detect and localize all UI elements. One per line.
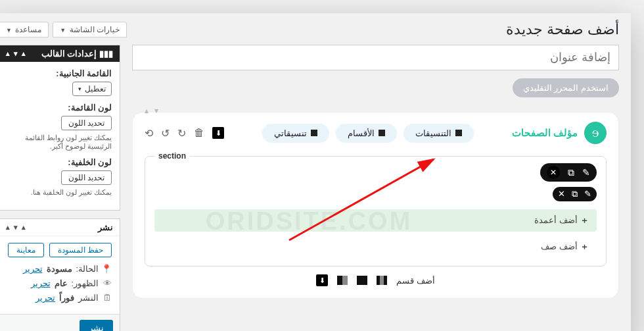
visibility-edit-link[interactable]: تحرير: [31, 278, 51, 288]
sections-label: الأقسام: [348, 128, 375, 138]
row-toolbar: ✎ ⧉ ✕: [553, 187, 597, 201]
add-section-row: أضف قسم ⬇: [145, 274, 607, 286]
visibility-value: عام: [55, 278, 68, 288]
sidebar-select[interactable]: تعطيل ▾: [72, 82, 112, 96]
layout-thirds-icon[interactable]: [377, 276, 387, 285]
layout-full-icon[interactable]: [357, 276, 367, 285]
collapse-icon[interactable]: ▴: [6, 223, 10, 232]
my-layouts-pill[interactable]: تنسيقاتي: [262, 124, 329, 143]
theme-settings-box: ▮▮▮ إعدادات القالب ▴▾▴ القائمة الجانبية:…: [0, 45, 120, 211]
publish-box-title: نشر: [98, 222, 113, 232]
schedule-line: 🗓 النشر فوراً تحرير: [7, 293, 112, 303]
theme-box-title: ▮▮▮ إعدادات القالب: [41, 49, 113, 59]
status-value: مسودة: [47, 264, 72, 274]
history-icon[interactable]: ⟲: [145, 127, 153, 140]
top-tabs: خيارات الشاشة ▼ مساعدة ▼: [0, 22, 127, 38]
close-icon[interactable]: ✕: [547, 166, 560, 179]
schedule-edit-link[interactable]: تحرير: [35, 293, 55, 303]
save-draft-button[interactable]: حفظ المسودة: [49, 243, 112, 257]
help-label: مساعدة: [15, 25, 41, 34]
redo-icon[interactable]: ↻: [177, 127, 186, 140]
screen-options-tab[interactable]: خيارات الشاشة ▼: [53, 22, 127, 38]
status-line: 📍 الحالة: مسودة تحرير: [7, 264, 112, 274]
publish-box: نشر ▴▾▴ حفظ المسودة معاينة 📍 الحالة: مسو…: [0, 218, 120, 331]
composer-collapse-icons[interactable]: ▾ ▴: [145, 106, 160, 115]
grid-icon: [311, 130, 317, 136]
status-edit-link[interactable]: تحرير: [23, 264, 43, 274]
add-columns-slot[interactable]: ＋أضف أعمدة: [154, 209, 597, 232]
move-down-icon[interactable]: ▾: [14, 49, 18, 58]
section-toolbar: ✎ ⧉ ✕: [540, 163, 597, 182]
sidebar-select-value: تعطيل: [85, 84, 106, 93]
page-title: أضف صفحة جديدة: [506, 21, 619, 38]
classic-editor-button[interactable]: استخدم المحرر التقليدي: [513, 78, 619, 97]
move-down-icon[interactable]: ▾: [14, 223, 18, 232]
visibility-line: 👁 الظهور: عام تحرير: [7, 278, 112, 288]
grid-icon: [455, 130, 462, 136]
layouts-label: التنسيقات: [415, 128, 451, 138]
save-icon[interactable]: ⬇: [212, 127, 224, 139]
chevron-down-icon: ▾: [78, 86, 81, 92]
composer-utils: ⬇ 🗑 ↻ ↺ ⟲: [145, 127, 224, 140]
edit-icon[interactable]: ✎: [584, 189, 591, 199]
add-row-label: أضف صف: [541, 242, 578, 251]
move-up-icon[interactable]: ▴: [22, 223, 26, 232]
plus-icon: ＋: [580, 215, 589, 225]
menu-color-button[interactable]: تحديد اللون: [61, 116, 112, 130]
menu-color-hint: يمكنك تغيير لون روابط القائمة الرئيسية ل…: [7, 134, 112, 151]
section-container: section ✎ ⧉ ✕ ✎ ⧉ ✕ ＋أضف أعمدة ＋أضف صف: [145, 156, 607, 267]
section-legend: section: [154, 151, 190, 161]
publish-button[interactable]: نشر: [80, 320, 113, 331]
add-row-slot[interactable]: ＋أضف صف: [154, 237, 597, 257]
preview-button[interactable]: معاينة: [8, 243, 44, 257]
clone-icon[interactable]: ⧉: [568, 167, 574, 178]
help-tab[interactable]: مساعدة ▼: [0, 22, 49, 38]
clone-icon[interactable]: ⧉: [572, 189, 578, 199]
layouts-pill[interactable]: التنسيقات: [403, 124, 474, 143]
page-composer: ▾ ▴ ℮ مؤلف الصفحات التنسيقات الأقسام تنس…: [132, 112, 619, 299]
load-section-icon[interactable]: ⬇: [316, 274, 328, 286]
caret-down-icon: ▼: [60, 27, 66, 34]
menu-color-label: لون القائمة:: [7, 103, 112, 113]
caret-down-icon: ▼: [6, 27, 12, 34]
bg-color-hint: يمكنك تغيير لون الخلفية هنا.: [7, 188, 112, 197]
bg-color-label: لون الخلفية:: [7, 157, 112, 167]
sidebar-label: القائمة الجانبية:: [7, 68, 112, 78]
my-layouts-label: تنسيقاتي: [274, 128, 307, 138]
edit-icon[interactable]: ✎: [582, 167, 590, 178]
add-section-label[interactable]: أضف قسم: [396, 276, 435, 286]
grid-icon: [379, 130, 385, 136]
composer-brand-text: مؤلف الصفحات: [512, 127, 578, 139]
sections-pill[interactable]: الأقسام: [336, 124, 397, 143]
composer-logo-icon: ℮: [584, 122, 607, 144]
schedule-value: فوراً: [59, 293, 74, 303]
undo-icon[interactable]: ↺: [161, 127, 170, 140]
collapse-icon[interactable]: ▴: [6, 49, 10, 58]
pin-icon: 📍: [103, 264, 112, 274]
bg-color-button[interactable]: تحديد اللون: [61, 170, 112, 185]
screen-options-label: خيارات الشاشة: [70, 25, 120, 34]
trash-icon[interactable]: 🗑: [194, 127, 204, 139]
eye-icon: 👁: [103, 278, 112, 288]
close-icon[interactable]: ✕: [558, 189, 565, 199]
title-input[interactable]: [132, 45, 619, 70]
add-columns-label: أضف أعمدة: [534, 215, 578, 225]
composer-brand: ℮ مؤلف الصفحات: [512, 122, 607, 144]
plus-icon: ＋: [580, 242, 589, 251]
calendar-icon: 🗓: [103, 293, 112, 303]
move-up-icon[interactable]: ▴: [22, 49, 26, 58]
layout-half-icon[interactable]: [337, 276, 348, 285]
